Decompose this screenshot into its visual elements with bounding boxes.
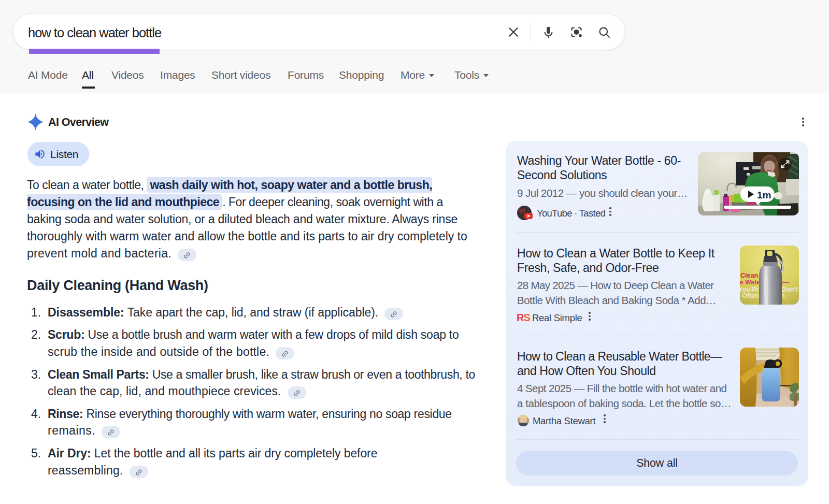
- svg-text:1m: 1m: [757, 190, 771, 200]
